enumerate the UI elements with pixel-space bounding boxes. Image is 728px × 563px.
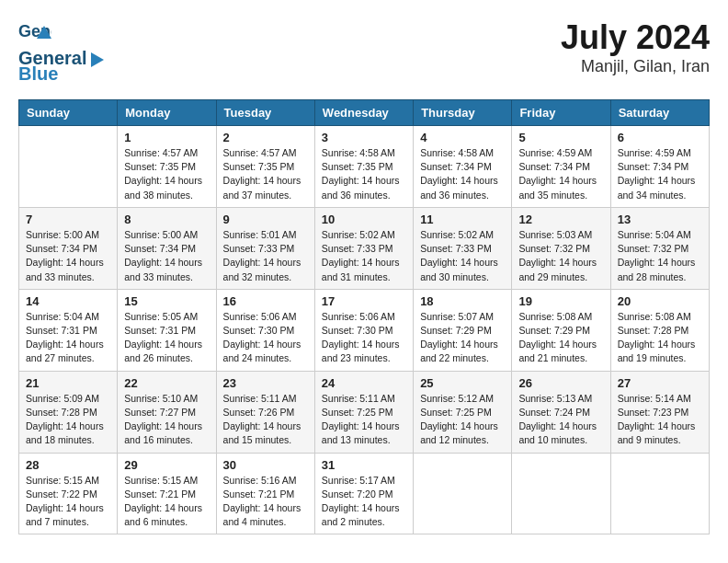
day-info: Sunrise: 4:57 AM Sunset: 7:35 PM Dayligh… [124, 146, 209, 202]
day-number: 1 [124, 131, 209, 144]
calendar-cell: 28Sunrise: 5:15 AM Sunset: 7:22 PM Dayli… [19, 453, 118, 534]
day-info: Sunrise: 5:06 AM Sunset: 7:30 PM Dayligh… [322, 310, 406, 366]
title-block: July 2024 Manjil, Gilan, Iran [561, 18, 710, 76]
calendar-cell: 7Sunrise: 5:00 AM Sunset: 7:34 PM Daylig… [19, 207, 118, 289]
calendar-cell: 1Sunrise: 4:57 AM Sunset: 7:35 PM Daylig… [118, 126, 216, 208]
day-number: 31 [322, 458, 406, 472]
day-info: Sunrise: 5:00 AM Sunset: 7:34 PM Dayligh… [26, 228, 110, 284]
calendar-week-3: 14Sunrise: 5:04 AM Sunset: 7:31 PM Dayli… [19, 289, 710, 371]
day-number: 17 [322, 294, 406, 308]
day-info: Sunrise: 5:05 AM Sunset: 7:31 PM Dayligh… [124, 310, 209, 366]
calendar-week-2: 7Sunrise: 5:00 AM Sunset: 7:34 PM Daylig… [19, 207, 710, 289]
calendar-cell: 14Sunrise: 5:04 AM Sunset: 7:31 PM Dayli… [19, 289, 118, 371]
day-number: 7 [26, 213, 110, 226]
calendar-cell: 25Sunrise: 5:12 AM Sunset: 7:25 PM Dayli… [414, 371, 512, 453]
calendar-cell: 31Sunrise: 5:17 AM Sunset: 7:20 PM Dayli… [314, 453, 413, 534]
day-number: 6 [618, 131, 702, 144]
calendar-cell: 5Sunrise: 4:59 AM Sunset: 7:34 PM Daylig… [512, 126, 610, 208]
calendar-header-tuesday: Tuesday [216, 100, 314, 126]
day-number: 2 [223, 131, 308, 144]
page-title: July 2024 [561, 18, 710, 57]
day-info: Sunrise: 4:59 AM Sunset: 7:34 PM Dayligh… [618, 146, 702, 202]
day-number: 13 [618, 213, 702, 226]
calendar-cell: 10Sunrise: 5:02 AM Sunset: 7:33 PM Dayli… [314, 207, 413, 289]
calendar-cell: 19Sunrise: 5:08 AM Sunset: 7:29 PM Dayli… [512, 289, 610, 371]
day-info: Sunrise: 5:11 AM Sunset: 7:25 PM Dayligh… [322, 392, 406, 448]
calendar-cell [512, 453, 610, 534]
day-info: Sunrise: 5:08 AM Sunset: 7:29 PM Dayligh… [518, 310, 603, 366]
calendar-header-saturday: Saturday [610, 100, 709, 126]
day-number: 5 [518, 131, 603, 144]
day-number: 29 [124, 458, 209, 472]
calendar-week-1: 1Sunrise: 4:57 AM Sunset: 7:35 PM Daylig… [19, 126, 710, 208]
calendar-week-5: 28Sunrise: 5:15 AM Sunset: 7:22 PM Dayli… [19, 453, 710, 534]
day-number: 9 [223, 213, 308, 226]
calendar-header-thursday: Thursday [414, 100, 512, 126]
day-number: 28 [26, 458, 110, 472]
day-info: Sunrise: 4:58 AM Sunset: 7:35 PM Dayligh… [322, 146, 406, 202]
calendar-header-wednesday: Wednesday [314, 100, 413, 126]
logo-icon: General [18, 18, 51, 52]
day-info: Sunrise: 5:02 AM Sunset: 7:33 PM Dayligh… [420, 228, 505, 284]
day-number: 8 [124, 213, 209, 226]
calendar-cell: 2Sunrise: 4:57 AM Sunset: 7:35 PM Daylig… [216, 126, 314, 208]
day-info: Sunrise: 5:15 AM Sunset: 7:21 PM Dayligh… [124, 474, 209, 530]
calendar-cell: 30Sunrise: 5:16 AM Sunset: 7:21 PM Dayli… [216, 453, 314, 534]
page-header: General General Blue July 2024 Manjil, G… [18, 18, 710, 85]
day-number: 26 [518, 376, 603, 390]
calendar-cell: 22Sunrise: 5:10 AM Sunset: 7:27 PM Dayli… [118, 371, 216, 453]
page-subtitle: Manjil, Gilan, Iran [561, 57, 710, 76]
day-info: Sunrise: 5:00 AM Sunset: 7:34 PM Dayligh… [124, 228, 209, 284]
calendar-cell: 13Sunrise: 5:04 AM Sunset: 7:32 PM Dayli… [610, 207, 709, 289]
day-number: 18 [420, 294, 505, 308]
calendar-cell: 17Sunrise: 5:06 AM Sunset: 7:30 PM Dayli… [314, 289, 413, 371]
calendar-header-sunday: Sunday [19, 100, 118, 126]
day-info: Sunrise: 5:10 AM Sunset: 7:27 PM Dayligh… [124, 392, 209, 448]
calendar-cell: 3Sunrise: 4:58 AM Sunset: 7:35 PM Daylig… [314, 126, 413, 208]
day-number: 14 [26, 294, 110, 308]
calendar-cell: 11Sunrise: 5:02 AM Sunset: 7:33 PM Dayli… [414, 207, 512, 289]
calendar-cell: 20Sunrise: 5:08 AM Sunset: 7:28 PM Dayli… [610, 289, 709, 371]
calendar-table: SundayMondayTuesdayWednesdayThursdayFrid… [18, 99, 710, 534]
logo-triangle-icon [87, 51, 104, 67]
day-info: Sunrise: 5:16 AM Sunset: 7:21 PM Dayligh… [223, 474, 308, 530]
day-info: Sunrise: 5:17 AM Sunset: 7:20 PM Dayligh… [322, 474, 406, 530]
day-number: 11 [420, 213, 505, 226]
day-number: 30 [223, 458, 308, 472]
day-number: 22 [124, 376, 209, 390]
day-number: 21 [26, 376, 110, 390]
calendar-cell: 23Sunrise: 5:11 AM Sunset: 7:26 PM Dayli… [216, 371, 314, 453]
calendar-cell: 26Sunrise: 5:13 AM Sunset: 7:24 PM Dayli… [512, 371, 610, 453]
day-number: 12 [518, 213, 603, 226]
calendar-cell: 9Sunrise: 5:01 AM Sunset: 7:33 PM Daylig… [216, 207, 314, 289]
calendar-cell: 21Sunrise: 5:09 AM Sunset: 7:28 PM Dayli… [19, 371, 118, 453]
calendar-cell [610, 453, 709, 534]
day-info: Sunrise: 5:02 AM Sunset: 7:33 PM Dayligh… [322, 228, 406, 284]
day-info: Sunrise: 5:06 AM Sunset: 7:30 PM Dayligh… [223, 310, 308, 366]
day-number: 3 [322, 131, 406, 144]
day-number: 27 [618, 376, 702, 390]
day-number: 4 [420, 131, 505, 144]
calendar-header-monday: Monday [118, 100, 216, 126]
calendar-cell: 8Sunrise: 5:00 AM Sunset: 7:34 PM Daylig… [118, 207, 216, 289]
day-info: Sunrise: 5:03 AM Sunset: 7:32 PM Dayligh… [518, 228, 603, 284]
day-number: 24 [322, 376, 406, 390]
calendar-cell: 6Sunrise: 4:59 AM Sunset: 7:34 PM Daylig… [610, 126, 709, 208]
day-info: Sunrise: 5:15 AM Sunset: 7:22 PM Dayligh… [26, 474, 110, 530]
day-info: Sunrise: 5:14 AM Sunset: 7:23 PM Dayligh… [618, 392, 702, 448]
svg-marker-2 [91, 52, 104, 67]
day-info: Sunrise: 5:09 AM Sunset: 7:28 PM Dayligh… [26, 392, 110, 448]
calendar-cell [19, 126, 118, 208]
day-number: 10 [322, 213, 406, 226]
day-number: 25 [420, 376, 505, 390]
logo-text-blue: Blue [18, 63, 58, 85]
day-info: Sunrise: 4:59 AM Sunset: 7:34 PM Dayligh… [518, 146, 603, 202]
day-number: 15 [124, 294, 209, 308]
day-info: Sunrise: 4:58 AM Sunset: 7:34 PM Dayligh… [420, 146, 505, 202]
calendar-header-friday: Friday [512, 100, 610, 126]
calendar-cell: 29Sunrise: 5:15 AM Sunset: 7:21 PM Dayli… [118, 453, 216, 534]
calendar-cell: 16Sunrise: 5:06 AM Sunset: 7:30 PM Dayli… [216, 289, 314, 371]
logo: General General Blue [18, 18, 105, 85]
day-info: Sunrise: 5:08 AM Sunset: 7:28 PM Dayligh… [618, 310, 702, 366]
calendar-cell: 4Sunrise: 4:58 AM Sunset: 7:34 PM Daylig… [414, 126, 512, 208]
